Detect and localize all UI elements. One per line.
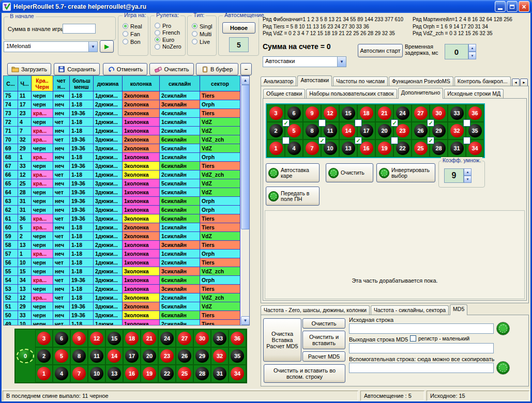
table-row[interactable]: 7032кра...чет19-363дюжи...2колонка6сикла… <box>4 135 240 144</box>
bet-number-24[interactable]: 24 <box>160 332 174 345</box>
bet-number-23[interactable]: 23 <box>160 349 174 363</box>
tab-common-bets[interactable]: Общие ставки <box>263 89 305 98</box>
new-button[interactable]: Новое <box>222 22 255 34</box>
tab-source-strings-md[interactable]: Исходные строки МД <box>444 89 504 98</box>
table-row[interactable]: 6136кра...чет19-363дюжи...3колонка6сикла… <box>4 214 240 223</box>
table-row[interactable]: 7511черннеч1-181дюжи...2колонка2сиклайнT… <box>4 91 240 100</box>
bet-number-15[interactable]: 15 <box>108 332 121 345</box>
bet-number-36[interactable]: 36 <box>231 332 244 345</box>
bet-number-27[interactable]: 27 <box>178 332 191 345</box>
tab-analyzer[interactable]: Анализатор <box>261 76 296 86</box>
table-row[interactable]: 7323кра...неч19-362дюжи...2колонка4сикла… <box>4 109 240 118</box>
bet-number-13[interactable]: 13 <box>342 142 355 155</box>
bet-number-34[interactable]: 34 <box>231 367 244 380</box>
radio-option-fan[interactable]: Fan <box>118 30 148 38</box>
combo-arrow-icon[interactable]: ▼ <box>88 42 97 52</box>
md5-source-chip-button[interactable] <box>496 322 510 335</box>
tab-user-bet-sets[interactable]: Наборы пользовательских ставок <box>306 89 397 98</box>
table-row[interactable]: 5515черннеч1-182дюжи...3колонка3сиклайнV… <box>4 267 240 276</box>
bet-number-24[interactable]: 24 <box>396 106 409 120</box>
bet-number-2[interactable]: 2 <box>269 124 283 137</box>
bet-number-21[interactable]: 21 <box>378 106 391 120</box>
bet-number-25[interactable]: 25 <box>414 142 428 155</box>
corner-bet-checkbox[interactable] <box>463 137 470 144</box>
bet-number-13[interactable]: 13 <box>108 367 121 380</box>
bet-number-27[interactable]: 27 <box>414 106 428 120</box>
md5-clear-paste-button[interactable]: Очистить и вставить <box>302 331 345 349</box>
bet-number-29[interactable]: 29 <box>195 349 209 363</box>
delay-spinner[interactable]: ▲ ▼ <box>468 44 476 59</box>
radio-option-french[interactable]: French <box>150 29 185 37</box>
corner-bet-checkbox[interactable]: ✓ <box>427 137 434 144</box>
bet-number-19[interactable]: 19 <box>143 367 156 380</box>
maximize-button[interactable] <box>507 1 518 12</box>
clear-button[interactable]: Очистить <box>149 63 194 75</box>
table-row[interactable]: 6929черннеч19-363дюжи...2колонка5сиклайн… <box>4 144 240 153</box>
bet-number-35[interactable]: 35 <box>231 349 244 363</box>
play-button[interactable]: ▶ <box>100 40 114 53</box>
radio-option-euro[interactable]: Euro <box>150 36 185 43</box>
register-checkbox[interactable] <box>410 335 416 342</box>
tab-psevdoms-functional[interactable]: Функционал PsevdoMS <box>389 76 453 86</box>
load-button[interactable]: Загрузить <box>7 63 51 75</box>
start-sum-input[interactable] <box>63 24 96 34</box>
scroll-up-icon[interactable]: ▲ <box>241 76 250 85</box>
table-row[interactable]: 5610чернчет1-181дюжи...1колонка2сиклайнT… <box>4 258 240 267</box>
bet-number-31[interactable]: 31 <box>450 142 464 155</box>
scrollbar-thumb[interactable] <box>241 85 250 229</box>
radio-option-real[interactable]: Real <box>118 22 148 30</box>
table-row[interactable]: 6331черннеч19-363дюжи...1колонка6сиклайн… <box>4 197 240 206</box>
bet-number-17[interactable]: 17 <box>125 349 139 363</box>
radio-option-singl[interactable]: Singl <box>188 22 216 30</box>
bet-zero[interactable]: 0 <box>16 330 35 382</box>
bet-number-9[interactable]: 9 <box>72 332 86 345</box>
md5-clear-button[interactable]: Очистить <box>302 318 345 329</box>
bet-number-25[interactable]: 25 <box>178 367 191 380</box>
table-row[interactable]: 6525кра...неч19-363дюжи...1колонка5сикла… <box>4 179 240 188</box>
bet-number-33[interactable]: 33 <box>213 332 226 345</box>
radio-option-pro[interactable]: Pro <box>150 22 185 29</box>
bet-number-9[interactable]: 9 <box>306 106 319 120</box>
tab-frequencies-by-numbers[interactable]: Частоты по числам <box>333 76 388 86</box>
spinner-down-icon[interactable]: ▼ <box>464 176 472 183</box>
tab-freq-zero-chances[interactable]: Частота - Zero, шансы, дюжины, колонки <box>261 305 370 315</box>
corner-bet-checkbox[interactable]: ✓ <box>355 137 362 144</box>
bet-number-3[interactable]: 3 <box>37 332 51 345</box>
bet-number-8[interactable]: 8 <box>72 349 86 363</box>
table-row[interactable]: 571кра...неч1-181дюжи...1колонка1сиклайн… <box>4 250 240 258</box>
table-row[interactable]: 6733черннеч19-363дюжи...3колонка6сиклайн… <box>4 162 240 171</box>
radio-option-multi[interactable]: Multi <box>188 30 216 38</box>
bet-number-2[interactable]: 2 <box>37 349 51 363</box>
table-row[interactable]: 7417черннеч1-182дюжи...2колонка3сиклайнO… <box>4 100 240 109</box>
bet-number-19[interactable]: 19 <box>378 142 391 155</box>
table-row[interactable]: 5813черннеч1-182дюжи...1колонка3сиклайнT… <box>4 241 240 250</box>
bet-number-26[interactable]: 26 <box>178 349 191 363</box>
bet-number-14[interactable]: 14 <box>342 124 355 137</box>
corner-bet-checkbox[interactable] <box>355 119 362 127</box>
tab-freq-sixlines-sectors[interactable]: Частота - сиклайны, сектора <box>371 305 449 315</box>
bet-number-7[interactable]: 7 <box>72 367 86 380</box>
bet-number-36[interactable]: 36 <box>468 106 482 120</box>
close-button[interactable]: × <box>519 1 529 12</box>
table-row[interactable]: 5129черннеч19-363дюжи...2колонка5сиклайн… <box>4 302 240 311</box>
bet-number-11[interactable]: 11 <box>90 349 103 363</box>
undo-button[interactable]: Отменить <box>103 63 147 75</box>
auto-corner-button[interactable]: Автоставка каре <box>266 163 320 182</box>
collapse-button[interactable]: − <box>240 63 252 75</box>
corner-bet-checkbox[interactable]: ✓ <box>391 119 398 127</box>
bet-number-28[interactable]: 28 <box>195 367 209 380</box>
corner-bet-checkbox[interactable] <box>282 137 290 144</box>
bet-number-4[interactable]: 4 <box>55 367 68 380</box>
radio-option-bon[interactable]: Bon <box>118 38 148 45</box>
corner-bet-checkbox[interactable] <box>463 119 470 127</box>
bet-number-26[interactable]: 26 <box>414 124 428 137</box>
bet-number-8[interactable]: 8 <box>306 124 319 137</box>
spinner-up-icon[interactable]: ▲ <box>468 44 476 52</box>
corner-bet-checkbox[interactable]: ✓ <box>282 119 290 127</box>
bet-number-30[interactable]: 30 <box>195 332 209 345</box>
table-row[interactable]: 6231черннеч19-363дюжи...1колонка6сиклайн… <box>4 206 240 214</box>
bet-number-16[interactable]: 16 <box>125 367 139 380</box>
table-row[interactable]: 4910чернчет1-181дюжи...1колонка2сиклайнT… <box>4 320 240 326</box>
multiplier-spinner[interactable]: ▲ ▼ <box>464 168 472 183</box>
send-to-pn-button[interactable]: Передать в поле ПН <box>266 187 320 206</box>
